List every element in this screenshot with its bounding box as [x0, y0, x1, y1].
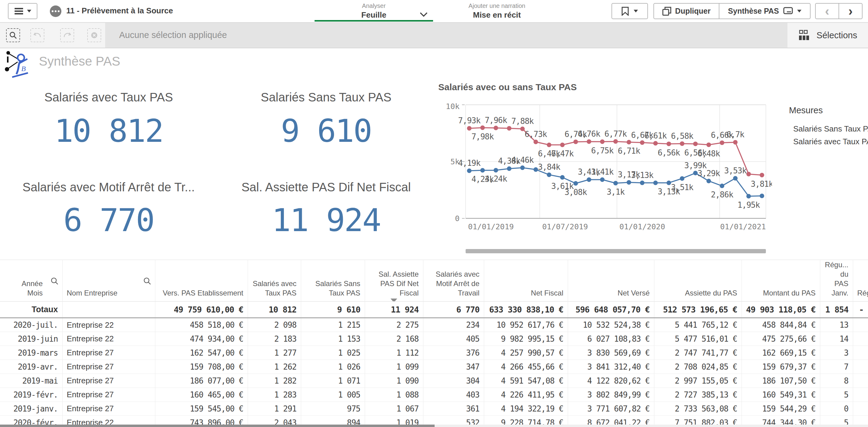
- previous-sheet-button[interactable]: ‹: [816, 4, 839, 19]
- table-cell[interactable]: 2020-juil.: [0, 318, 62, 332]
- next-sheet-button[interactable]: ›: [839, 4, 862, 19]
- duplicate-label: Dupliquer: [675, 7, 711, 15]
- column-header[interactable]: Nom Entreprise: [62, 260, 155, 302]
- svg-text:6,75k: 6,75k: [591, 146, 614, 155]
- totals-cell: 512 573 196,65 €: [654, 302, 742, 318]
- table-cell: 4 194 322,19 €: [484, 402, 568, 416]
- totals-cell: -: [853, 302, 868, 318]
- sheet-selector-button[interactable]: Synthèse PAS: [719, 4, 810, 19]
- table-cell: [853, 360, 868, 374]
- totals-cell: 11 924: [365, 302, 423, 318]
- selections-panel-button[interactable]: Sélections: [787, 23, 868, 48]
- svg-text:6,48k: 6,48k: [698, 149, 720, 158]
- table-row: 2019-maiEntreprise 27186 077,00 €1 2821 …: [0, 374, 868, 388]
- table-cell[interactable]: 2019-avr.: [0, 360, 62, 374]
- table-cell: 1 071: [301, 374, 365, 388]
- column-header[interactable]: Année Mois: [0, 260, 62, 302]
- undo-selection-button[interactable]: [30, 28, 44, 42]
- column-header[interactable]: Salariés avec Taux PAS: [248, 260, 301, 302]
- table-cell: [853, 346, 868, 360]
- table-cell: 3 802 849,99 €: [568, 388, 654, 402]
- kpi-value-salaries-sans-taux: 9 610: [220, 108, 432, 154]
- svg-text:6,76k: 6,76k: [578, 129, 600, 138]
- table-cell: 405: [423, 332, 484, 346]
- column-header[interactable]: Net Versé: [568, 260, 654, 302]
- tab-narration[interactable]: Ajouter une narration Mise en récit: [438, 2, 556, 20]
- table-cell: 9 982 995,15 €: [484, 332, 568, 346]
- column-header[interactable]: Rég: [853, 260, 868, 302]
- chevron-down-icon: [634, 10, 638, 12]
- sheet-selector-label: Synthèse PAS: [728, 7, 779, 15]
- table-cell[interactable]: Entreprise 22: [62, 318, 155, 332]
- table-cell: 4 266 455,66 €: [484, 360, 568, 374]
- chevron-down-icon: [27, 10, 31, 12]
- table-cell: 376: [423, 346, 484, 360]
- svg-text:2,86k: 2,86k: [711, 190, 734, 199]
- table-scrollbar-thumb[interactable]: [0, 425, 435, 427]
- table-cell[interactable]: 2019-janv.: [0, 402, 62, 416]
- bookmark-button[interactable]: [612, 3, 648, 19]
- legend-item[interactable]: Salariés avec Taux PAS: [789, 135, 867, 148]
- table-cell: [853, 388, 868, 402]
- table-cell[interactable]: 2019-juin: [0, 332, 62, 346]
- totals-cell: 49 903 118,05 €: [742, 302, 820, 318]
- line-chart-plot[interactable]: 10k5k001/01/201901/07/201901/01/202001/0…: [438, 100, 772, 236]
- table-cell: 1 026: [301, 360, 365, 374]
- column-header[interactable]: Montant du PAS: [742, 260, 820, 302]
- column-header[interactable]: Salariés Sans Taux PAS: [301, 260, 365, 302]
- table-cell[interactable]: 2019-mai: [0, 374, 62, 388]
- app-info-ellipsis-icon[interactable]: [50, 5, 61, 17]
- table-cell[interactable]: Entreprise 27: [62, 402, 155, 416]
- legend-title: Mesures: [789, 105, 867, 116]
- column-header[interactable]: Salariés avec Motif Arrêt de Travail: [423, 260, 484, 302]
- table-cell[interactable]: Entreprise 27: [62, 360, 155, 374]
- duplicate-button[interactable]: Dupliquer: [654, 4, 719, 19]
- column-search-icon[interactable]: [143, 277, 151, 287]
- table-cell: 6 027 108,83 €: [568, 332, 654, 346]
- svg-text:6,73k: 6,73k: [525, 130, 547, 139]
- svg-text:01/07/2019: 01/07/2019: [542, 222, 588, 231]
- column-header[interactable]: Assiette du PAS: [654, 260, 742, 302]
- bookmark-icon: [622, 7, 629, 16]
- column-header[interactable]: Vers. PAS Etablissement: [155, 260, 248, 302]
- column-search-icon[interactable]: [51, 277, 59, 287]
- svg-text:6,47k: 6,47k: [551, 149, 574, 158]
- svg-text:01/01/2019: 01/01/2019: [468, 222, 514, 231]
- tab-analyser-feuille[interactable]: Analyser Feuille: [315, 2, 433, 20]
- table-cell[interactable]: 2019-févr.: [0, 388, 62, 402]
- clear-selections-button[interactable]: [87, 28, 101, 42]
- table-cell[interactable]: Entreprise 27: [62, 388, 155, 402]
- selections-grid-icon: [798, 30, 810, 41]
- chart-legend-items: Salariés Sans Taux PASSalariés avec Taux…: [789, 122, 867, 148]
- svg-text:3,81k: 3,81k: [751, 179, 772, 189]
- chart-legend: Mesures Salariés Sans Taux PASSalariés a…: [789, 105, 867, 148]
- hamburger-menu-icon: [14, 8, 23, 15]
- totals-cell: 633 330 838,10 €: [484, 302, 568, 318]
- svg-text:3,1k: 3,1k: [607, 187, 625, 196]
- global-menu-button[interactable]: [8, 3, 37, 19]
- column-header[interactable]: Net Fiscal: [484, 260, 568, 302]
- table-row: 2020-juil.Entreprise 22458 518,00 €2 098…: [0, 318, 868, 332]
- table-cell: 475 275,66 €: [742, 332, 820, 346]
- svg-text:3,13k: 3,13k: [631, 171, 654, 180]
- legend-item[interactable]: Salariés Sans Taux PAS: [789, 122, 867, 135]
- table-cell[interactable]: 2019-mars: [0, 346, 62, 360]
- table-cell: 10 952 617,76 €: [484, 318, 568, 332]
- column-header[interactable]: Régu... du PAS Janv.: [820, 260, 853, 302]
- table-cell[interactable]: Entreprise 27: [62, 346, 155, 360]
- table-cell: 5: [820, 388, 853, 402]
- table-cell: 1 262: [248, 360, 301, 374]
- table-cell: 0: [820, 402, 853, 416]
- redo-selection-button[interactable]: [60, 28, 74, 42]
- sheet-title: Synthèse PAS: [39, 54, 120, 69]
- chart-horizontal-scrollbar[interactable]: [466, 249, 766, 253]
- column-header[interactable]: Sal. Assiette PAS Dif Net Fiscal: [365, 260, 423, 302]
- table-cell[interactable]: Entreprise 22: [62, 332, 155, 346]
- legend-item-label: Salariés Sans Taux PAS: [793, 124, 868, 134]
- table-cell[interactable]: Entreprise 27: [62, 374, 155, 388]
- legend-item-label: Salariés avec Taux PAS: [793, 137, 868, 146]
- table-cell: 4 257 990,57 €: [484, 346, 568, 360]
- smart-search-button[interactable]: [6, 28, 20, 42]
- table-cell: 1 282: [248, 374, 301, 388]
- table-cell: 4 226 411,95 €: [484, 388, 568, 402]
